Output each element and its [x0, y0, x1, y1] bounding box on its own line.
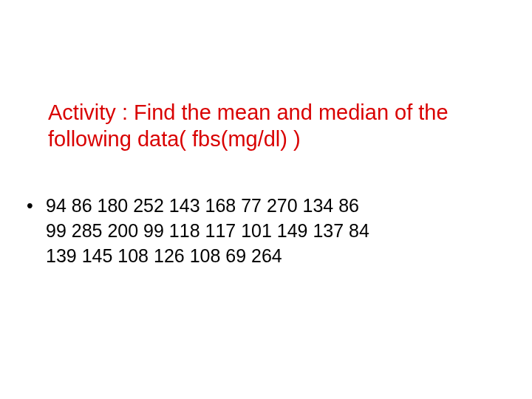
bullet-item: • 94 86 180 252 143 168 77 270 134 86 [24, 194, 497, 219]
slide: Activity : Find the mean and median of t… [0, 0, 532, 399]
data-line-2: 99 285 200 99 118 117 101 149 137 84 [24, 219, 497, 244]
bullet-glyph: • [24, 194, 46, 219]
data-line-1: 94 86 180 252 143 168 77 270 134 86 [46, 194, 497, 219]
slide-body: • 94 86 180 252 143 168 77 270 134 86 99… [24, 194, 497, 268]
slide-title: Activity : Find the mean and median of t… [48, 99, 488, 153]
data-line-3: 139 145 108 126 108 69 264 [24, 244, 497, 269]
